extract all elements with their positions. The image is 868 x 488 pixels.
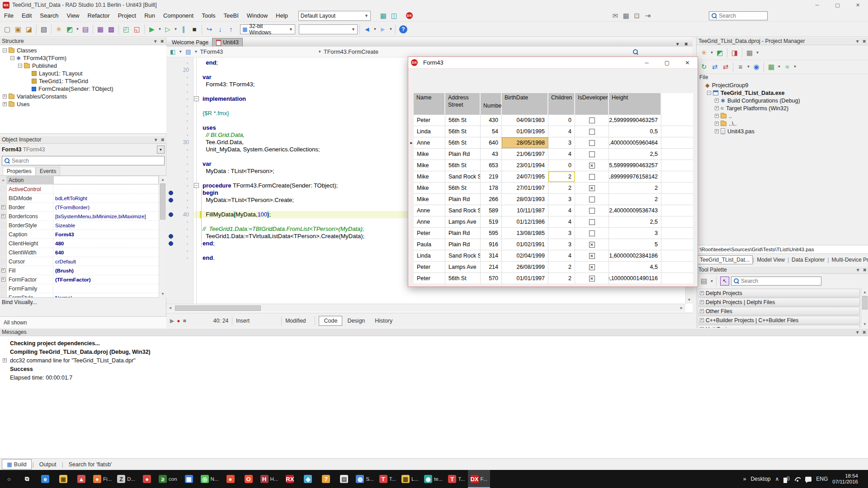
grid-cell-name[interactable]: Anne [414,205,445,216]
play-icon[interactable]: ▶ [170,318,174,324]
property-value[interactable]: [biSystemMenu,biMinimize,biMaximize] [53,212,159,221]
chevron-down-icon[interactable]: ▼ [75,23,80,35]
close-icon[interactable]: ✖ [161,137,165,142]
grid-cell-number[interactable]: 570 [481,273,502,284]
menu-tools[interactable]: Tools [198,10,219,22]
expand-icon[interactable]: − [18,64,22,68]
message-line[interactable]: +dcc32 command line for "TeeGrid_TList_D… [0,356,868,365]
fold-toggle-icon[interactable]: − [194,96,199,101]
code-line[interactable]: end. [203,254,215,262]
grid-cell-name[interactable]: Linda [414,250,445,261]
maximize-button[interactable]: ▢ [827,0,848,10]
grid-cell-height[interactable]: 3 [609,228,661,239]
gutter-row[interactable] [166,81,193,88]
grid-cell-birthdate[interactable]: 26/08/1999 [502,262,548,272]
grid-cell-children[interactable]: 2 [548,183,575,193]
grid-cell-birthdate[interactable]: 10/11/1987 [502,205,548,216]
code-line[interactable]: FillMyData(MyData,100); [203,211,271,218]
grid-cell-isdev[interactable] [575,171,609,182]
grid-row[interactable]: Mike56th St17827/01/19972✕2 [414,183,693,194]
search-icon[interactable] [633,49,638,55]
compile-check-button[interactable]: ≈ [782,61,793,73]
code-line[interactable]: // BI.Grid.Data, [203,131,245,139]
help-button[interactable]: ? [399,25,407,33]
gutter-row[interactable] [166,233,193,240]
grid-row[interactable]: Peter56th St43004/09/198302,599999904632… [414,115,693,126]
grid-cell-birthdate[interactable]: 24/07/1995 [502,171,548,182]
run-button[interactable]: ▶ [146,23,157,35]
grid-cell-height[interactable]: 0,400000005960464 [609,137,661,148]
step-over-button[interactable]: ↪ [204,23,215,35]
grid-row[interactable]: Peter56th St57001/01/19972✕0,10000000149… [414,273,693,284]
swap-red-button[interactable]: ⇄ [720,61,731,73]
grid-cell-children[interactable]: 2 [548,273,575,284]
menu-project[interactable]: Project [114,10,140,22]
project-node[interactable]: +.. [697,112,868,120]
property-value[interactable]: Normal [53,293,159,298]
grid-column-header[interactable]: AddressStreet [445,93,481,115]
save-button[interactable]: ▦ [95,23,106,35]
property-row[interactable]: BorderStyleSizeable [0,221,159,230]
structure-node[interactable]: −✱TForm43(TForm) [0,54,166,62]
license-icon[interactable]: ⊡ [632,10,642,22]
grid-column-header[interactable]: BirthDate [502,93,548,115]
gutter-row[interactable]: 40 [166,211,193,218]
dock-tab[interactable]: TeeGrid_TList_Dat... [697,255,753,264]
grid-cell-children[interactable]: 3 [548,137,575,148]
inspector-search-input[interactable]: Search [2,156,165,165]
breakpoint-dot[interactable] [169,191,173,195]
chevron-down-icon[interactable]: ▼ [286,27,293,32]
property-row[interactable]: +BorderIcons[biSystemMenu,biMinimize,biM… [0,212,159,221]
grid-row[interactable]: Linda56th St5401/09/199540,5 [414,126,693,137]
property-row[interactable]: CursorcrDefault [0,257,159,266]
expand-icon[interactable]: + [700,309,704,313]
developer-checkbox[interactable]: ✕ [589,253,595,259]
taskbar-search[interactable]: ○ [0,470,18,488]
grid-cell-isdev[interactable]: ✕ [575,160,609,171]
breakpoint-dot[interactable] [169,234,173,239]
grid-cell-number[interactable]: 595 [481,228,502,239]
gutter-row[interactable] [166,189,193,197]
menu-component[interactable]: Component [159,10,198,22]
grid-cell-children[interactable]: 4 [548,205,575,216]
project-node[interactable]: +Unit43.pas [697,127,868,135]
app-diamond[interactable]: ◆ [299,470,317,488]
developer-checkbox[interactable] [589,174,595,180]
remove-from-project-button[interactable]: ◱ [132,23,142,35]
expand-icon[interactable]: − [10,56,14,60]
grid-cell-name[interactable]: Peter [414,262,445,272]
grid-cell-height[interactable]: 2,5 [609,149,661,160]
messages-tab-search[interactable]: Search for 'flatsb' [64,460,117,469]
view-tab-design[interactable]: Design [342,316,370,326]
menu-view[interactable]: View [63,10,84,22]
dock-tab[interactable]: Model View [754,256,788,264]
code-line[interactable]: TeeGrid1.Data:=TVirtualListData<TPerson>… [203,233,364,240]
gutter-row[interactable] [166,168,193,175]
gutter-row[interactable] [166,197,193,204]
fold-toggle-icon[interactable]: − [194,183,199,188]
property-value[interactable]: Form43 [53,230,159,239]
pointer-tool-button[interactable]: ↖ [720,277,729,286]
code-line[interactable]: procedure TForm43.FormCreate(Sender: TOb… [203,182,338,189]
gutter-row[interactable] [166,182,193,189]
grid-cell-number[interactable]: 43 [481,149,502,160]
property-name[interactable]: BiDiMode [7,194,53,202]
file-explorer[interactable]: ▣ [54,470,72,488]
grid-cell-name[interactable]: Paula [414,239,445,250]
sync-button[interactable]: ↻ [698,61,709,73]
gutter-row[interactable] [166,160,193,168]
menu-refactor[interactable]: Refactor [84,10,114,22]
grid-row[interactable]: PeterPlain Rd59513/08/198533 [414,228,693,239]
clock[interactable]: 18:5407/11/2016 [832,473,858,485]
grid-cell-isdev[interactable]: ✕ [575,239,609,250]
message-line[interactable]: Checking project dependencies... [0,339,868,347]
gutter-row[interactable] [166,254,193,262]
code-line[interactable]: Form43: TForm43; [203,81,255,88]
menu-window[interactable]: Window [243,10,272,22]
palette-category[interactable]: +Other Files [698,307,860,315]
property-value[interactable]: (TFormBorder) [53,203,159,211]
expand-icon[interactable]: + [1,268,5,272]
developer-checkbox[interactable]: ✕ [589,185,595,191]
code-line[interactable]: var [203,160,212,168]
expand-icon[interactable]: + [3,94,7,99]
